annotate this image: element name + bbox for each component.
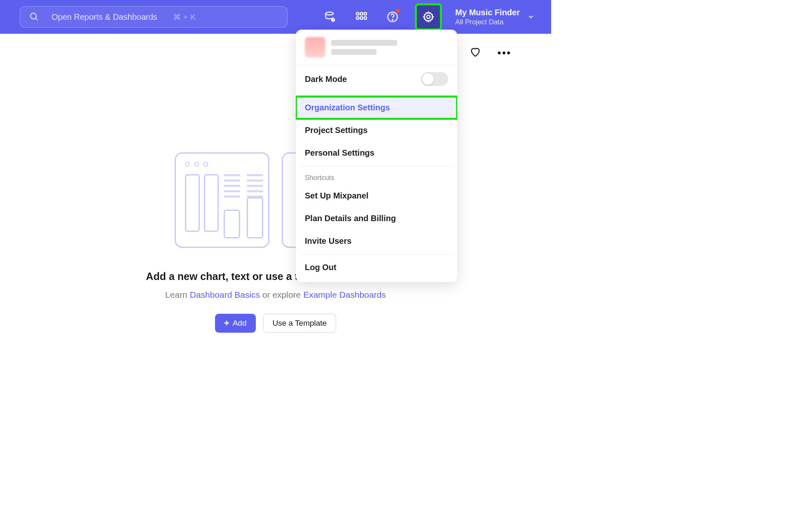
- personal-settings-item[interactable]: Personal Settings: [296, 142, 457, 164]
- settings-gear-button[interactable]: [415, 3, 442, 30]
- add-button[interactable]: + Add: [215, 314, 256, 333]
- svg-rect-6: [364, 13, 367, 15]
- search-placeholder-text: Open Reports & Dashboards: [51, 12, 157, 22]
- search-shortcut-hint: ⌘ + K: [173, 12, 196, 22]
- project-settings-item[interactable]: Project Settings: [296, 119, 457, 142]
- apps-grid-icon: [355, 11, 367, 23]
- dashboard-basics-link[interactable]: Dashboard Basics: [190, 290, 260, 299]
- user-name-redacted: [331, 40, 397, 55]
- svg-point-12: [427, 15, 430, 19]
- help-icon-button[interactable]: [383, 8, 402, 26]
- menu-divider: [300, 254, 453, 254]
- dark-mode-toggle[interactable]: [421, 72, 448, 86]
- search-icon: [29, 12, 39, 22]
- add-button-label: Add: [233, 319, 247, 328]
- plus-icon: +: [224, 318, 229, 329]
- empty-state-subtext: Learn Dashboard Basics or explore Exampl…: [98, 290, 453, 300]
- svg-rect-7: [357, 17, 359, 19]
- use-template-button[interactable]: Use a Template: [263, 314, 337, 333]
- example-dashboards-link[interactable]: Example Dashboards: [303, 290, 386, 299]
- svg-point-2: [326, 12, 334, 15]
- svg-rect-8: [360, 17, 363, 19]
- help-icon: [387, 11, 398, 23]
- chevron-down-icon: [527, 13, 535, 21]
- svg-rect-5: [360, 13, 363, 15]
- menu-divider: [300, 94, 453, 95]
- more-actions-button[interactable]: •••: [498, 47, 512, 58]
- gear-icon: [422, 11, 435, 23]
- use-template-label: Use a Template: [273, 319, 327, 328]
- shortcuts-section-label: Shortcuts: [296, 168, 457, 184]
- svg-point-11: [392, 19, 393, 20]
- log-out-item[interactable]: Log Out: [296, 256, 457, 279]
- project-selector[interactable]: My Music Finder All Project Data: [455, 8, 535, 26]
- menu-divider: [300, 166, 453, 166]
- notification-dot: [396, 9, 400, 13]
- svg-rect-4: [357, 13, 359, 15]
- svg-point-0: [30, 13, 36, 19]
- invite-users-item[interactable]: Invite Users: [296, 230, 457, 252]
- database-icon: [324, 11, 336, 23]
- top-nav-bar: Open Reports & Dashboards ⌘ + K My Music…: [0, 0, 551, 34]
- menu-user-header: [296, 30, 457, 65]
- dark-mode-toggle-row[interactable]: Dark Mode: [296, 65, 457, 93]
- heart-icon: [470, 46, 481, 58]
- setup-mixpanel-item[interactable]: Set Up Mixpanel: [296, 184, 457, 207]
- settings-dropdown-menu: Dark Mode Organization Settings Project …: [296, 30, 457, 282]
- plan-billing-item[interactable]: Plan Details and Billing: [296, 207, 457, 230]
- dashboard-card-illustration: [175, 152, 269, 248]
- project-subtitle: All Project Data: [455, 18, 520, 26]
- data-icon-button[interactable]: [321, 8, 339, 26]
- global-search[interactable]: Open Reports & Dashboards ⌘ + K: [20, 6, 288, 28]
- organization-settings-item[interactable]: Organization Settings: [296, 96, 457, 119]
- more-icon: •••: [498, 47, 512, 58]
- apps-icon-button[interactable]: [352, 8, 370, 26]
- project-title: My Music Finder: [455, 8, 520, 17]
- dark-mode-label: Dark Mode: [305, 75, 347, 84]
- favorite-button[interactable]: [470, 46, 481, 59]
- svg-line-1: [35, 18, 37, 20]
- svg-rect-9: [364, 17, 367, 19]
- user-avatar: [305, 37, 325, 58]
